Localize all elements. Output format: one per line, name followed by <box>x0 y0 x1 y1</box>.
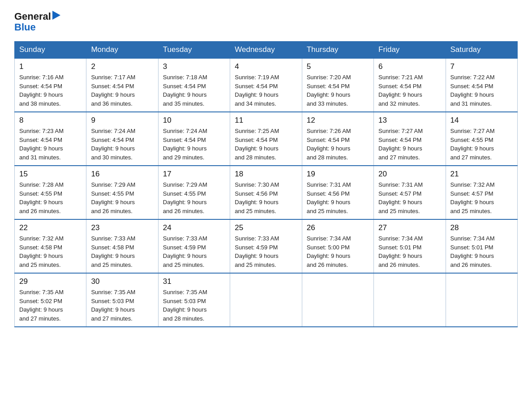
day-info: Sunrise: 7:25 AMSunset: 4:54 PMDaylight:… <box>235 128 279 161</box>
calendar-day-17: 17Sunrise: 7:29 AMSunset: 4:55 PMDayligh… <box>158 166 230 219</box>
day-number: 5 <box>307 62 369 71</box>
day-info: Sunrise: 7:24 AMSunset: 4:54 PMDaylight:… <box>163 128 207 161</box>
calendar-empty <box>302 273 373 327</box>
calendar-day-23: 23Sunrise: 7:33 AMSunset: 4:58 PMDayligh… <box>86 219 158 273</box>
calendar-day-27: 27Sunrise: 7:34 AMSunset: 5:01 PMDayligh… <box>374 219 446 273</box>
day-info: Sunrise: 7:16 AMSunset: 4:54 PMDaylight:… <box>19 74 64 107</box>
calendar-day-12: 12Sunrise: 7:26 AMSunset: 4:54 PMDayligh… <box>302 112 373 166</box>
calendar-day-1: 1Sunrise: 7:16 AMSunset: 4:54 PMDaylight… <box>15 58 86 112</box>
day-info: Sunrise: 7:31 AMSunset: 4:57 PMDaylight:… <box>378 181 423 214</box>
day-number: 20 <box>378 170 441 179</box>
day-info: Sunrise: 7:27 AMSunset: 4:54 PMDaylight:… <box>378 128 423 161</box>
day-info: Sunrise: 7:29 AMSunset: 4:55 PMDaylight:… <box>91 181 135 214</box>
calendar-day-25: 25Sunrise: 7:33 AMSunset: 4:59 PMDayligh… <box>230 219 302 273</box>
logo-arrow-icon <box>52 11 60 21</box>
day-info: Sunrise: 7:30 AMSunset: 4:56 PMDaylight:… <box>235 181 279 214</box>
day-info: Sunrise: 7:19 AMSunset: 4:54 PMDaylight:… <box>235 74 279 107</box>
calendar-day-11: 11Sunrise: 7:25 AMSunset: 4:54 PMDayligh… <box>230 112 302 166</box>
day-number: 16 <box>91 170 153 179</box>
day-info: Sunrise: 7:32 AMSunset: 4:57 PMDaylight:… <box>450 181 495 214</box>
day-number: 15 <box>19 170 82 179</box>
day-number: 19 <box>307 170 369 179</box>
calendar-week-1: 1Sunrise: 7:16 AMSunset: 4:54 PMDaylight… <box>15 58 518 112</box>
day-number: 7 <box>450 62 513 71</box>
calendar-table: SundayMondayTuesdayWednesdayThursdayFrid… <box>14 41 518 327</box>
day-number: 6 <box>378 62 441 71</box>
calendar-day-24: 24Sunrise: 7:33 AMSunset: 4:59 PMDayligh… <box>158 219 230 273</box>
weekday-header-thursday: Thursday <box>302 42 373 59</box>
day-number: 18 <box>235 170 297 179</box>
day-number: 14 <box>450 116 513 125</box>
day-number: 21 <box>450 170 513 179</box>
calendar-week-4: 22Sunrise: 7:32 AMSunset: 4:58 PMDayligh… <box>15 219 518 273</box>
day-info: Sunrise: 7:20 AMSunset: 4:54 PMDaylight:… <box>307 74 351 107</box>
calendar-day-13: 13Sunrise: 7:27 AMSunset: 4:54 PMDayligh… <box>374 112 446 166</box>
day-info: Sunrise: 7:34 AMSunset: 5:01 PMDaylight:… <box>450 235 495 268</box>
page-header: General Blue <box>14 11 518 33</box>
day-number: 31 <box>163 277 225 286</box>
day-info: Sunrise: 7:18 AMSunset: 4:54 PMDaylight:… <box>163 74 207 107</box>
day-number: 17 <box>163 170 225 179</box>
calendar-header-row: SundayMondayTuesdayWednesdayThursdayFrid… <box>15 42 518 59</box>
calendar-empty <box>230 273 302 327</box>
calendar-day-16: 16Sunrise: 7:29 AMSunset: 4:55 PMDayligh… <box>86 166 158 219</box>
day-number: 13 <box>378 116 441 125</box>
day-info: Sunrise: 7:32 AMSunset: 4:58 PMDaylight:… <box>19 235 64 268</box>
day-number: 23 <box>91 223 153 232</box>
day-number: 12 <box>307 116 369 125</box>
day-info: Sunrise: 7:35 AMSunset: 5:02 PMDaylight:… <box>19 289 64 322</box>
calendar-day-22: 22Sunrise: 7:32 AMSunset: 4:58 PMDayligh… <box>15 219 86 273</box>
day-number: 22 <box>19 223 82 232</box>
day-info: Sunrise: 7:35 AMSunset: 5:03 PMDaylight:… <box>163 289 207 322</box>
calendar-day-7: 7Sunrise: 7:22 AMSunset: 4:54 PMDaylight… <box>446 58 517 112</box>
calendar-day-3: 3Sunrise: 7:18 AMSunset: 4:54 PMDaylight… <box>158 58 230 112</box>
logo-name-blue: Blue <box>14 21 36 33</box>
day-number: 24 <box>163 223 225 232</box>
weekday-header-sunday: Sunday <box>15 42 86 59</box>
day-info: Sunrise: 7:33 AMSunset: 4:59 PMDaylight:… <box>163 235 207 268</box>
calendar-day-30: 30Sunrise: 7:35 AMSunset: 5:03 PMDayligh… <box>86 273 158 327</box>
calendar-day-19: 19Sunrise: 7:31 AMSunset: 4:56 PMDayligh… <box>302 166 373 219</box>
weekday-header-wednesday: Wednesday <box>230 42 302 59</box>
calendar-day-20: 20Sunrise: 7:31 AMSunset: 4:57 PMDayligh… <box>374 166 446 219</box>
weekday-header-saturday: Saturday <box>446 42 517 59</box>
calendar-day-9: 9Sunrise: 7:24 AMSunset: 4:54 PMDaylight… <box>86 112 158 166</box>
day-number: 27 <box>378 223 441 232</box>
calendar-day-4: 4Sunrise: 7:19 AMSunset: 4:54 PMDaylight… <box>230 58 302 112</box>
calendar-day-8: 8Sunrise: 7:23 AMSunset: 4:54 PMDaylight… <box>15 112 86 166</box>
day-info: Sunrise: 7:31 AMSunset: 4:56 PMDaylight:… <box>307 181 351 214</box>
calendar-empty <box>446 273 517 327</box>
day-info: Sunrise: 7:34 AMSunset: 5:01 PMDaylight:… <box>378 235 423 268</box>
day-number: 9 <box>91 116 153 125</box>
calendar-day-15: 15Sunrise: 7:28 AMSunset: 4:55 PMDayligh… <box>15 166 86 219</box>
day-info: Sunrise: 7:17 AMSunset: 4:54 PMDaylight:… <box>91 74 135 107</box>
day-number: 10 <box>163 116 225 125</box>
calendar-empty <box>374 273 446 327</box>
logo-name-general: General <box>14 11 51 22</box>
day-info: Sunrise: 7:33 AMSunset: 4:59 PMDaylight:… <box>235 235 279 268</box>
day-number: 4 <box>235 62 297 71</box>
day-info: Sunrise: 7:29 AMSunset: 4:55 PMDaylight:… <box>163 181 207 214</box>
calendar-day-31: 31Sunrise: 7:35 AMSunset: 5:03 PMDayligh… <box>158 273 230 327</box>
calendar-day-26: 26Sunrise: 7:34 AMSunset: 5:00 PMDayligh… <box>302 219 373 273</box>
day-number: 11 <box>235 116 297 125</box>
day-number: 2 <box>91 62 153 71</box>
day-info: Sunrise: 7:28 AMSunset: 4:55 PMDaylight:… <box>19 181 64 214</box>
svg-marker-0 <box>52 11 60 20</box>
day-info: Sunrise: 7:27 AMSunset: 4:55 PMDaylight:… <box>450 128 495 161</box>
day-info: Sunrise: 7:22 AMSunset: 4:54 PMDaylight:… <box>450 74 495 107</box>
calendar-day-14: 14Sunrise: 7:27 AMSunset: 4:55 PMDayligh… <box>446 112 517 166</box>
day-number: 25 <box>235 223 297 232</box>
day-number: 28 <box>450 223 513 232</box>
calendar-day-6: 6Sunrise: 7:21 AMSunset: 4:54 PMDaylight… <box>374 58 446 112</box>
weekday-header-friday: Friday <box>374 42 446 59</box>
day-info: Sunrise: 7:21 AMSunset: 4:54 PMDaylight:… <box>378 74 423 107</box>
calendar-day-2: 2Sunrise: 7:17 AMSunset: 4:54 PMDaylight… <box>86 58 158 112</box>
calendar-week-3: 15Sunrise: 7:28 AMSunset: 4:55 PMDayligh… <box>15 166 518 219</box>
day-number: 3 <box>163 62 225 71</box>
calendar-day-10: 10Sunrise: 7:24 AMSunset: 4:54 PMDayligh… <box>158 112 230 166</box>
calendar-day-18: 18Sunrise: 7:30 AMSunset: 4:56 PMDayligh… <box>230 166 302 219</box>
day-info: Sunrise: 7:35 AMSunset: 5:03 PMDaylight:… <box>91 289 135 322</box>
day-number: 30 <box>91 277 153 286</box>
day-number: 26 <box>307 223 369 232</box>
